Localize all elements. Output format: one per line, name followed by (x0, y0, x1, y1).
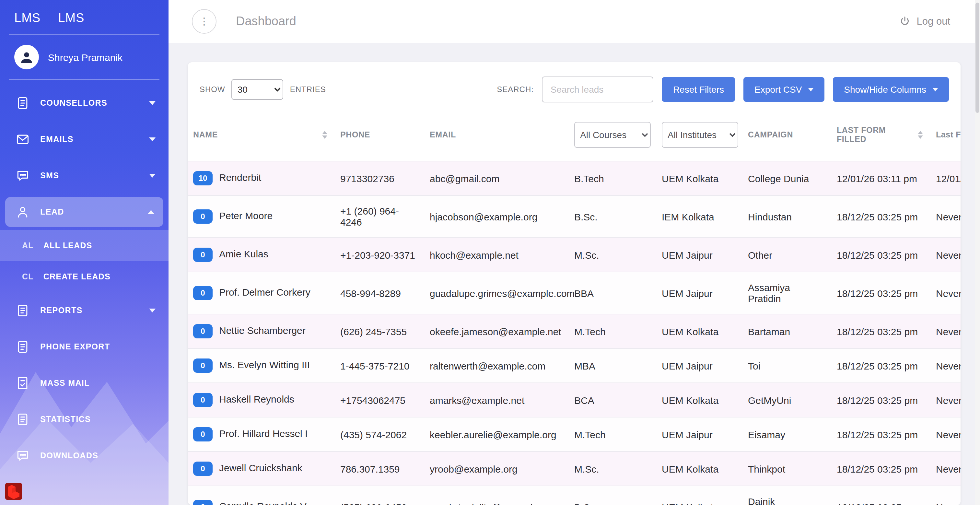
lead-campaign: GetMyUni (741, 383, 830, 417)
laravel-logo[interactable] (5, 483, 22, 500)
reset-filters-label: Reset Filters (673, 84, 724, 95)
table-row[interactable]: 0Prof. Delmer Corkery 458-994-8289 guada… (188, 272, 961, 314)
column-header-campaign[interactable]: CAMPAIGN (741, 118, 830, 161)
leads-table-container: NAME PHONE EMAIL (188, 118, 961, 505)
sidebar-item-label: SMS (40, 171, 139, 180)
header-label: NAME (193, 130, 218, 139)
lead-last-partial: Never (929, 314, 961, 349)
lead-name: Nettie Schamberger (219, 325, 305, 336)
column-header-last-partial[interactable]: Last F (929, 118, 961, 161)
reset-filters-button[interactable]: Reset Filters (662, 77, 735, 102)
lead-course: B.Sc. (568, 486, 655, 505)
chevron-down-icon (149, 309, 156, 312)
lead-last-partial: Never (929, 196, 961, 237)
table-row[interactable]: 0Nettie Schamberger (626) 245-7355 okeef… (188, 314, 961, 349)
sidebar-item-label: EMAILS (40, 135, 139, 144)
user-profile[interactable]: Shreya Pramanik (0, 35, 169, 79)
column-header-email[interactable]: EMAIL (423, 118, 568, 161)
lead-count-badge: 0 (193, 248, 213, 262)
logout-label: Log out (917, 16, 950, 27)
column-header-name[interactable]: NAME (188, 118, 334, 161)
institutes-filter-select[interactable]: All Institutes (662, 122, 738, 148)
sidebar-item-phone-export[interactable]: PHONE EXPORT (0, 329, 169, 365)
lead-campaign: Hindustan (741, 196, 830, 237)
lead-submenu: AL ALL LEADS CL CREATE LEADS (0, 230, 169, 292)
sidebar-item-label: REPORTS (40, 306, 139, 315)
table-row[interactable]: 0Prof. Hillard Hessel I (435) 574-2062 k… (188, 417, 961, 451)
table-row[interactable]: 0Camylle Reynolds V (585) 680-9452 goodw… (188, 486, 961, 505)
lead-institute: UEM Kolkata (655, 161, 741, 196)
receipt-icon (16, 340, 30, 354)
lead-phone: 9713302736 (334, 161, 423, 196)
sidebar-item-reports[interactable]: REPORTS (0, 292, 169, 329)
lead-institute: UEM Jaipur (655, 272, 741, 314)
lead-phone: +17543062475 (334, 383, 423, 417)
main-area: ⋮ Dashboard Log out SHOW 30 ENTRI (169, 0, 980, 505)
submenu-abbr: CL (22, 272, 34, 281)
sidebar-item-all-leads[interactable]: AL ALL LEADS (0, 230, 169, 261)
caret-down-icon (808, 88, 813, 91)
sidebar-item-downloads[interactable]: DOWNLOADS (0, 438, 169, 474)
table-row[interactable]: 0Jewell Cruickshank 786.307.1359 yroob@e… (188, 451, 961, 486)
sidebar: LMS LMS Shreya Pramanik (0, 0, 169, 505)
column-header-last-form-filled[interactable]: LAST FORM FILLED (830, 118, 929, 161)
sort-icon (322, 131, 327, 139)
avatar (14, 45, 39, 69)
lead-phone: (585) 680-9452 (334, 486, 423, 505)
lead-institute: UEM Jaipur (655, 237, 741, 272)
lead-name: Peter Moore (219, 210, 272, 221)
table-row[interactable]: 10Renderbit 9713302736 abc@gmail.com B.T… (188, 161, 961, 196)
content-area: SHOW 30 ENTRIES SEARCH: Reset Filters (169, 43, 980, 505)
lead-last-form-filled: 18/12/25 03:25 pm (830, 417, 929, 451)
lead-count-badge: 0 (193, 286, 213, 300)
receipt-icon (16, 303, 30, 318)
table-toolbar: SHOW 30 ENTRIES SEARCH: Reset Filters (200, 76, 949, 102)
leads-table: NAME PHONE EMAIL (188, 118, 961, 505)
sidebar-toggle-button[interactable]: ⋮ (192, 9, 216, 34)
lead-phone: (626) 245-7355 (334, 314, 423, 349)
sidebar-item-counsellors[interactable]: COUNSELLORS (0, 85, 169, 121)
lead-count-badge: 0 (193, 393, 213, 407)
lead-count-badge: 10 (193, 171, 213, 185)
lead-email: yroob@example.org (423, 451, 568, 486)
lead-count-badge: 0 (193, 500, 213, 505)
show-hide-columns-button[interactable]: Show/Hide Columns (833, 77, 949, 102)
search-input[interactable] (542, 76, 654, 102)
sidebar-item-mass-mail[interactable]: MASS MAIL (0, 365, 169, 401)
vertical-scrollbar[interactable] (975, 0, 980, 505)
lead-campaign: Bartaman (741, 314, 830, 349)
table-row[interactable]: 0Ms. Evelyn Witting III 1-445-375-7210 r… (188, 349, 961, 383)
entries-label: ENTRIES (290, 85, 326, 94)
lead-phone: 458-994-8289 (334, 272, 423, 314)
envelope-icon (16, 132, 30, 147)
lead-institute: UEM Kolkata (655, 314, 741, 349)
scrollbar-thumb[interactable] (975, 3, 979, 113)
lead-count-badge: 0 (193, 427, 213, 441)
lead-phone: +1-203-920-3371 (334, 237, 423, 272)
lead-campaign: Assamiya Pratidin (741, 272, 830, 314)
courses-filter-select[interactable]: All Courses (574, 122, 651, 148)
chat-icon (16, 169, 30, 183)
export-csv-button[interactable]: Export CSV (743, 77, 824, 102)
lead-last-partial: Never (929, 451, 961, 486)
logout-button[interactable]: Log out (899, 16, 950, 27)
submenu-label: CREATE LEADS (43, 272, 110, 281)
sidebar-item-label: LEAD (40, 207, 137, 217)
table-row[interactable]: 0Haskell Reynolds +17543062475 amarks@ex… (188, 383, 961, 417)
table-row[interactable]: 0Peter Moore +1 (260) 964-4246 hjacobson… (188, 196, 961, 237)
lead-name: Ms. Evelyn Witting III (219, 359, 310, 370)
lead-last-partial: Never (929, 237, 961, 272)
column-header-course: All Courses (568, 118, 655, 161)
sidebar-item-statistics[interactable]: STATISTICS (0, 401, 169, 438)
sidebar-item-create-leads[interactable]: CL CREATE LEADS (0, 261, 169, 292)
sidebar-item-emails[interactable]: EMAILS (0, 121, 169, 158)
table-row[interactable]: 0Amie Kulas +1-203-920-3371 hkoch@exampl… (188, 237, 961, 272)
page-title: Dashboard (236, 14, 296, 29)
sidebar-item-sms[interactable]: SMS (0, 158, 169, 194)
entries-select[interactable]: 30 (232, 79, 283, 100)
lead-course: B.Sc. (568, 196, 655, 237)
column-header-phone[interactable]: PHONE (334, 118, 423, 161)
caret-down-icon (933, 88, 938, 91)
lead-count-badge: 0 (193, 324, 213, 338)
sidebar-item-lead[interactable]: LEAD (5, 197, 163, 227)
